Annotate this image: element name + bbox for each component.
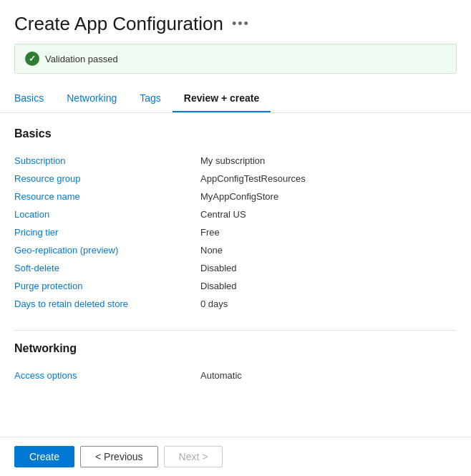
row-value-subscription: My subscription	[200, 152, 457, 170]
validation-banner: Validation passed	[14, 44, 457, 74]
row-label-resource-group: Resource group	[14, 170, 200, 188]
row-value-pricing-tier: Free	[200, 223, 457, 241]
main-content: Basics Subscription My subscription Reso…	[0, 127, 471, 384]
check-icon	[25, 52, 39, 66]
basics-section: Basics Subscription My subscription Reso…	[14, 127, 457, 313]
networking-section: Networking Access options Automatic	[14, 342, 457, 384]
tab-basics[interactable]: Basics	[14, 85, 55, 112]
footer: Create < Previous Next >	[0, 437, 471, 476]
table-row: Access options Automatic	[14, 366, 457, 384]
row-label-resource-name: Resource name	[14, 188, 200, 205]
table-row: Subscription My subscription	[14, 152, 457, 170]
row-label-access-options: Access options	[14, 366, 200, 384]
row-label-pricing-tier: Pricing tier	[14, 223, 200, 241]
row-value-geo-replication: None	[200, 241, 457, 259]
tab-networking[interactable]: Networking	[55, 85, 128, 112]
row-label-purge-protection: Purge protection	[14, 277, 200, 295]
row-value-resource-group: AppConfigTestResources	[200, 170, 457, 188]
table-row: Resource group AppConfigTestResources	[14, 170, 457, 188]
row-label-geo-replication: Geo-replication (preview)	[14, 241, 200, 259]
row-value-days-retain: 0 days	[200, 295, 457, 313]
basics-section-title: Basics	[14, 127, 457, 140]
table-row: Soft-delete Disabled	[14, 259, 457, 277]
networking-section-title: Networking	[14, 342, 457, 355]
tabs-container: Basics Networking Tags Review + create	[0, 85, 471, 113]
row-label-location: Location	[14, 205, 200, 223]
row-value-purge-protection: Disabled	[200, 277, 457, 295]
table-row: Purge protection Disabled	[14, 277, 457, 295]
row-value-soft-delete: Disabled	[200, 259, 457, 277]
row-label-subscription: Subscription	[14, 152, 200, 170]
row-value-location: Central US	[200, 205, 457, 223]
tab-tags[interactable]: Tags	[128, 85, 173, 112]
row-value-resource-name: MyAppConfigStore	[200, 188, 457, 205]
page-header: Create App Configuration •••	[0, 0, 471, 44]
networking-table: Access options Automatic	[14, 366, 457, 384]
table-row: Days to retain deleted store 0 days	[14, 295, 457, 313]
table-row: Resource name MyAppConfigStore	[14, 188, 457, 205]
table-row: Location Central US	[14, 205, 457, 223]
tab-review-create[interactable]: Review + create	[173, 85, 271, 112]
validation-text: Validation passed	[45, 54, 118, 64]
row-label-soft-delete: Soft-delete	[14, 259, 200, 277]
row-value-access-options: Automatic	[200, 366, 457, 384]
table-row: Geo-replication (preview) None	[14, 241, 457, 259]
previous-button[interactable]: < Previous	[80, 446, 158, 467]
more-options-icon[interactable]: •••	[232, 16, 250, 31]
row-label-days-retain: Days to retain deleted store	[14, 295, 200, 313]
section-divider	[14, 330, 457, 331]
page-title: Create App Configuration	[14, 13, 223, 35]
next-button[interactable]: Next >	[164, 446, 223, 467]
create-button[interactable]: Create	[14, 446, 74, 467]
table-row: Pricing tier Free	[14, 223, 457, 241]
basics-table: Subscription My subscription Resource gr…	[14, 152, 457, 313]
